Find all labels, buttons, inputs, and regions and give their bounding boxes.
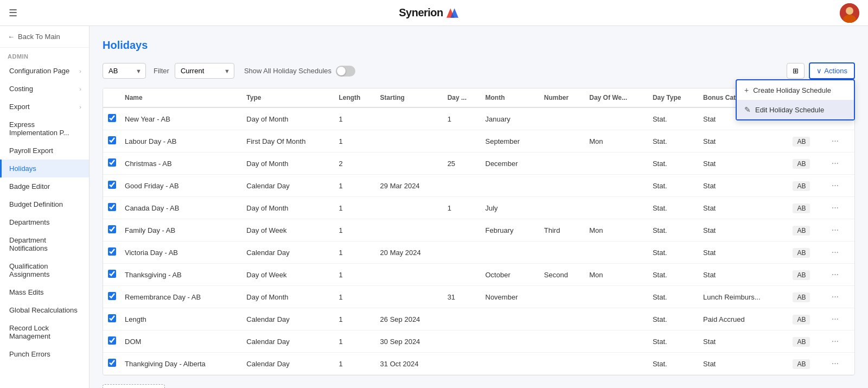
back-to-main[interactable]: ← Back To Main [0, 26, 89, 48]
row-checkbox-7[interactable] [108, 270, 116, 278]
cell-bonus_category-6: Stat [699, 241, 788, 264]
edit-holiday-label: Edit Holiday Schedule [755, 106, 824, 114]
sidebar-item-label: Export [9, 103, 30, 111]
row-dots-button-9[interactable]: ··· [828, 313, 842, 325]
row-checkbox-4[interactable] [108, 203, 116, 211]
cell-name-9: Length [120, 308, 242, 330]
row-dots-button-4[interactable]: ··· [828, 202, 842, 214]
row-checkbox-0[interactable] [108, 114, 116, 122]
row-checkbox-6[interactable] [108, 247, 116, 256]
edit-icon: ✎ [744, 105, 751, 114]
row-dots-button-7[interactable]: ··· [828, 269, 842, 281]
show-all-toggle[interactable] [336, 66, 355, 77]
row-dots-button-2[interactable]: ··· [828, 157, 842, 169]
cell-name-2: Christmas - AB [120, 152, 242, 175]
row-dots-button-10[interactable]: ··· [828, 335, 842, 347]
cell-starting-10: 30 Sep 2024 [376, 330, 443, 353]
cell-name-10: DOM [120, 330, 242, 353]
row-dots-button-5[interactable]: ··· [828, 224, 842, 236]
sidebar-item-departments[interactable]: Departments [0, 213, 89, 231]
sidebar-item-express[interactable]: Express Implementation P... [0, 116, 89, 142]
cell-day_type-0: Stat. [648, 107, 699, 130]
plus-icon: + [744, 86, 749, 94]
col-header-7: Number [540, 88, 585, 107]
row-dots-button-11[interactable]: ··· [828, 358, 842, 370]
cell-month-4: July [481, 197, 540, 219]
sidebar-item-record-lock[interactable]: Record Lock Management [0, 319, 89, 345]
create-holiday-schedule-item[interactable]: + Create Holiday Schedule [737, 80, 854, 100]
cell-day_of_week-9 [585, 308, 648, 330]
row-dots-button-6[interactable]: ··· [828, 246, 842, 258]
region-select[interactable]: AB [103, 63, 146, 79]
row-checkbox-10[interactable] [108, 336, 116, 345]
cell-day-9 [443, 308, 481, 330]
cell-month-6 [481, 241, 540, 264]
cell-type-1: First Day Of Month [242, 130, 334, 152]
toggle-knob [337, 67, 346, 75]
chevron-right-icon: › [79, 104, 81, 110]
sidebar-item-budget-definition[interactable]: Budget Definition [0, 195, 89, 213]
row-checkbox-8[interactable] [108, 292, 116, 300]
sidebar-item-mass-edits[interactable]: Mass Edits [0, 283, 89, 301]
cell-day_type-6: Stat. [648, 241, 699, 264]
row-dots-button-3[interactable]: ··· [828, 180, 842, 192]
sidebar-item-dept-notifications[interactable]: Department Notifications [0, 231, 89, 257]
cell-day_of_week-8 [585, 286, 648, 308]
cell-number-10 [540, 330, 585, 353]
cell-day-4: 1 [443, 197, 481, 219]
cell-month-7: October [481, 264, 540, 286]
edit-holiday-schedule-item[interactable]: ✎ Edit Holiday Schedule [737, 100, 854, 119]
table-row: Thankgiving Day - AlbertaCalendar Day131… [103, 353, 854, 375]
row-checkbox-9[interactable] [108, 314, 116, 322]
cell-day-1 [443, 130, 481, 152]
cell-bonus_category-2: Stat [699, 152, 788, 175]
table-row: Labour Day - ABFirst Day Of Month1Septem… [103, 130, 854, 152]
cell-name-4: Canada Day - AB [120, 197, 242, 219]
sidebar-item-costing[interactable]: Costing› [0, 80, 89, 98]
table-row: Remembrance Day - ABDay of Month131Novem… [103, 286, 854, 308]
user-avatar[interactable] [840, 3, 859, 23]
export-excel-button[interactable]: ⊞ [787, 63, 805, 79]
toolbar: AB ▼ Filter Current ▼ Show All Holiday S… [103, 62, 855, 79]
sidebar-item-qualification[interactable]: Qualification Assignments [0, 257, 89, 283]
cell-day_of_week-0 [585, 107, 648, 130]
cell-bonus_category-8: Lunch Reimburs... [699, 286, 788, 308]
sidebar-item-badge-editor[interactable]: Badge Editor [0, 177, 89, 195]
cell-name-6: Victoria Day - AB [120, 241, 242, 264]
cell-day_type-1: Stat. [648, 130, 699, 152]
cell-number-6 [540, 241, 585, 264]
cell-bonus_category-4: Stat [699, 197, 788, 219]
row-checkbox-5[interactable] [108, 225, 116, 233]
row-checkbox-1[interactable] [108, 136, 116, 144]
sidebar-item-label: Mass Edits [9, 288, 44, 296]
cell-day_type-8: Stat. [648, 286, 699, 308]
svg-point-3 [846, 7, 853, 15]
sidebar-item-export[interactable]: Export› [0, 98, 89, 116]
row-dots-button-1[interactable]: ··· [828, 135, 842, 147]
row-dots-button-8[interactable]: ··· [828, 291, 842, 303]
table-body: New Year - ABDay of Month11JanuaryStat.S… [103, 107, 854, 375]
cell-month-10 [481, 330, 540, 353]
sidebar-item-configuration[interactable]: Configuration Page› [0, 62, 89, 80]
hamburger-icon[interactable]: ☰ [9, 7, 17, 19]
sidebar-item-global-recalculations[interactable]: Global Recalculations [0, 301, 89, 319]
row-checkbox-11[interactable] [108, 359, 116, 367]
current-select[interactable]: Current [175, 63, 234, 79]
table-row: Good Friday - ABCalendar Day129 Mar 2024… [103, 175, 854, 197]
cell-length-1: 1 [334, 130, 375, 152]
col-header-3: Length [334, 88, 375, 107]
sidebar-item-label: Configuration Page [9, 67, 69, 75]
table-row: Christmas - ABDay of Month225DecemberSta… [103, 152, 854, 175]
cell-day_of_week-2 [585, 152, 648, 175]
actions-button[interactable]: ∨ Actions [809, 62, 855, 79]
sidebar-item-payroll-export[interactable]: Payroll Export [0, 142, 89, 160]
sidebar-item-label: Qualification Assignments [9, 262, 81, 278]
sidebar-item-holidays[interactable]: Holidays [0, 160, 89, 177]
cell-month-0: January [481, 107, 540, 130]
col-header-2: Type [242, 88, 334, 107]
add-holiday-button[interactable]: + Add Holiday [103, 384, 165, 388]
row-checkbox-2[interactable] [108, 158, 116, 167]
row-checkbox-3[interactable] [108, 181, 116, 189]
table-row: Canada Day - ABDay of Month11JulyStat.St… [103, 197, 854, 219]
sidebar-item-punch-errors[interactable]: Punch Errors [0, 345, 89, 363]
